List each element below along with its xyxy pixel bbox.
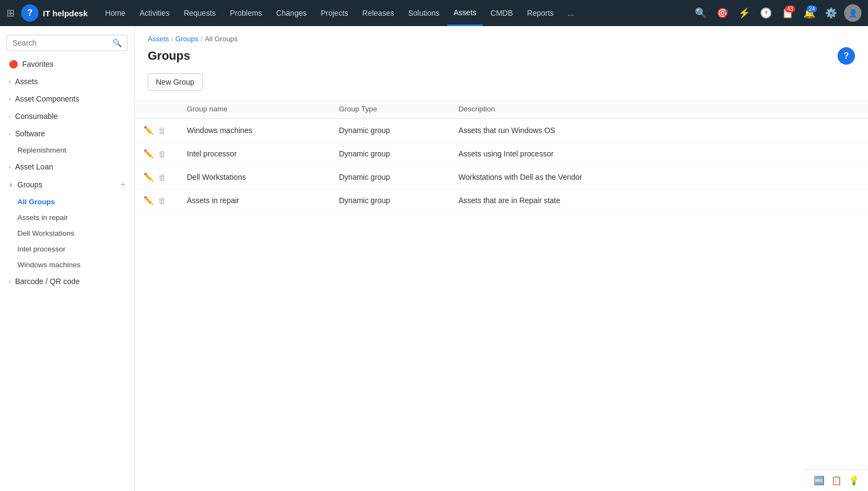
sidebar-label-assets: Assets bbox=[15, 77, 125, 86]
row-description-3: Assets that are in Repair state bbox=[450, 189, 868, 212]
chevron-right-icon: › bbox=[9, 113, 11, 119]
sidebar-item-groups[interactable]: ∨ Groups + bbox=[0, 175, 134, 194]
nav-changes[interactable]: Changes bbox=[269, 0, 313, 26]
sidebar-item-consumable[interactable]: › Consumable bbox=[0, 108, 134, 125]
header-row: Group name Group Type Description bbox=[135, 99, 868, 119]
tickets-icon[interactable]: 📋 43 bbox=[779, 4, 796, 22]
toolbar: New Group bbox=[135, 73, 868, 99]
delete-icon[interactable]: 🗑 bbox=[158, 196, 166, 205]
chevron-right-icon: › bbox=[9, 130, 11, 137]
sidebar-label-intel-processor: Intel processor bbox=[17, 245, 66, 253]
edit-icon[interactable]: ✏️ bbox=[143, 196, 154, 205]
row-name-0: Windows machines bbox=[178, 119, 330, 142]
search-box[interactable]: 🔍 bbox=[7, 35, 128, 51]
sidebar-label-all-groups: All Groups bbox=[17, 198, 55, 206]
sidebar-item-assets[interactable]: › Assets bbox=[0, 73, 134, 90]
page-title: Groups bbox=[148, 49, 190, 63]
sidebar-item-intel-processor[interactable]: Intel processor bbox=[17, 241, 134, 257]
nav-reports[interactable]: Reports bbox=[520, 0, 560, 26]
sidebar-item-barcode[interactable]: › Barcode / QR code bbox=[0, 273, 134, 290]
chevron-right-icon: › bbox=[9, 78, 11, 85]
th-group-type: Group Type bbox=[330, 99, 450, 119]
new-group-button[interactable]: New Group bbox=[148, 73, 203, 91]
settings-icon[interactable]: ⚙️ bbox=[822, 4, 840, 22]
row-actions-2: ✏️ 🗑 bbox=[135, 166, 178, 189]
translate-icon[interactable]: 🔤 bbox=[814, 475, 825, 486]
nav-problems[interactable]: Problems bbox=[223, 0, 268, 26]
notification-badge: 43 bbox=[785, 5, 795, 12]
chevron-right-icon: › bbox=[9, 278, 11, 285]
th-group-name: Group name bbox=[178, 99, 330, 119]
breadcrumb-sep-1: / bbox=[171, 35, 173, 43]
sidebar-item-all-groups[interactable]: All Groups bbox=[17, 194, 134, 210]
breadcrumb-assets[interactable]: Assets bbox=[148, 35, 169, 43]
sidebar: 🔍 🔴 Favorites › Assets › Asset Component… bbox=[0, 26, 135, 491]
row-description-2: Workstations with Dell as the Vendor bbox=[450, 166, 868, 189]
lightning-icon[interactable]: ⚡ bbox=[735, 4, 753, 22]
nav-assets[interactable]: Assets bbox=[447, 0, 483, 26]
row-name-2: Dell Workstations bbox=[178, 166, 330, 189]
app-name: IT helpdesk bbox=[43, 9, 88, 18]
search-input[interactable] bbox=[12, 39, 108, 47]
bulb-icon[interactable]: 💡 bbox=[848, 475, 859, 486]
app-logo: ? bbox=[21, 4, 39, 22]
nav-projects[interactable]: Projects bbox=[314, 0, 355, 26]
nav-right: 🔍 🎯 ⚡ 🕐 📋 43 🔔 24 ⚙️ 👤 bbox=[692, 4, 861, 22]
agents-icon[interactable]: 🎯 bbox=[714, 4, 731, 22]
nav-solutions[interactable]: Solutions bbox=[401, 0, 446, 26]
main-content: Assets / Groups / All Groups Groups ? Ne… bbox=[135, 26, 868, 491]
logo-area: ? IT helpdesk bbox=[21, 4, 88, 22]
page-header: Groups ? bbox=[135, 45, 868, 73]
breadcrumb-groups[interactable]: Groups bbox=[175, 35, 199, 43]
sidebar-item-asset-components[interactable]: › Asset Components bbox=[0, 90, 134, 108]
nav-activities[interactable]: Activities bbox=[133, 0, 176, 26]
sidebar-item-software[interactable]: › Software bbox=[0, 125, 134, 142]
row-name-1: Intel processor bbox=[178, 142, 330, 166]
nav-more[interactable]: ... bbox=[561, 0, 581, 26]
table-row: ✏️ 🗑 Dell Workstations Dynamic group Wor… bbox=[135, 166, 868, 189]
sidebar-label-windows-machines: Windows machines bbox=[17, 261, 80, 269]
sidebar-groups-sub: All Groups Assets in repair Dell Worksta… bbox=[0, 194, 134, 273]
sidebar-label-groups: Groups bbox=[17, 180, 116, 189]
table-body: ✏️ 🗑 Windows machines Dynamic group Asse… bbox=[135, 119, 868, 212]
row-description-0: Assets that run Windows OS bbox=[450, 119, 868, 142]
sidebar-item-replenishment[interactable]: Replenishment bbox=[17, 142, 134, 158]
row-type-1: Dynamic group bbox=[330, 142, 450, 166]
nav-home[interactable]: Home bbox=[99, 0, 132, 26]
sidebar-label-barcode: Barcode / QR code bbox=[15, 277, 125, 286]
sidebar-item-asset-loan[interactable]: › Asset Loan bbox=[0, 158, 134, 175]
sidebar-item-dell-workstations[interactable]: Dell Workstations bbox=[17, 225, 134, 241]
add-group-icon[interactable]: + bbox=[121, 180, 125, 190]
delete-icon[interactable]: 🗑 bbox=[158, 173, 166, 182]
bell-icon[interactable]: 🔔 24 bbox=[801, 4, 818, 22]
sidebar-label-asset-loan: Asset Loan bbox=[15, 162, 125, 171]
nav-requests[interactable]: Requests bbox=[177, 0, 222, 26]
row-description-1: Assets using Intel processor bbox=[450, 142, 868, 166]
top-navigation: ⊞ ? IT helpdesk Home Activities Requests… bbox=[0, 0, 868, 26]
sidebar-item-favorites[interactable]: 🔴 Favorites bbox=[0, 55, 134, 73]
grid-icon[interactable]: ⊞ bbox=[7, 7, 15, 19]
sidebar-sub-replenishment-area: Replenishment bbox=[0, 142, 134, 158]
edit-icon[interactable]: ✏️ bbox=[143, 125, 154, 135]
chevron-right-icon: › bbox=[9, 96, 11, 102]
bottom-bar: 🔤 📋 💡 bbox=[805, 469, 868, 491]
sidebar-label-asset-components: Asset Components bbox=[15, 95, 125, 103]
nav-releases[interactable]: Releases bbox=[356, 0, 400, 26]
help-button[interactable]: ? bbox=[838, 47, 855, 65]
sidebar-item-windows-machines[interactable]: Windows machines bbox=[17, 257, 134, 273]
nav-cmdb[interactable]: CMDB bbox=[484, 0, 519, 26]
sidebar-label-favorites: Favorites bbox=[22, 60, 125, 68]
edit-icon[interactable]: ✏️ bbox=[143, 172, 154, 182]
sidebar-label-dell-workstations: Dell Workstations bbox=[17, 229, 74, 237]
user-avatar[interactable]: 👤 bbox=[844, 4, 861, 22]
row-type-2: Dynamic group bbox=[330, 166, 450, 189]
checklist-icon[interactable]: 📋 bbox=[831, 475, 842, 486]
delete-icon[interactable]: 🗑 bbox=[158, 126, 166, 135]
sidebar-item-assets-in-repair[interactable]: Assets in repair bbox=[17, 210, 134, 225]
search-icon[interactable]: 🔍 bbox=[692, 4, 709, 22]
chevron-down-icon: ∨ bbox=[9, 181, 13, 188]
table-row: ✏️ 🗑 Windows machines Dynamic group Asse… bbox=[135, 119, 868, 142]
edit-icon[interactable]: ✏️ bbox=[143, 149, 154, 159]
history-icon[interactable]: 🕐 bbox=[757, 4, 775, 22]
delete-icon[interactable]: 🗑 bbox=[158, 149, 166, 159]
